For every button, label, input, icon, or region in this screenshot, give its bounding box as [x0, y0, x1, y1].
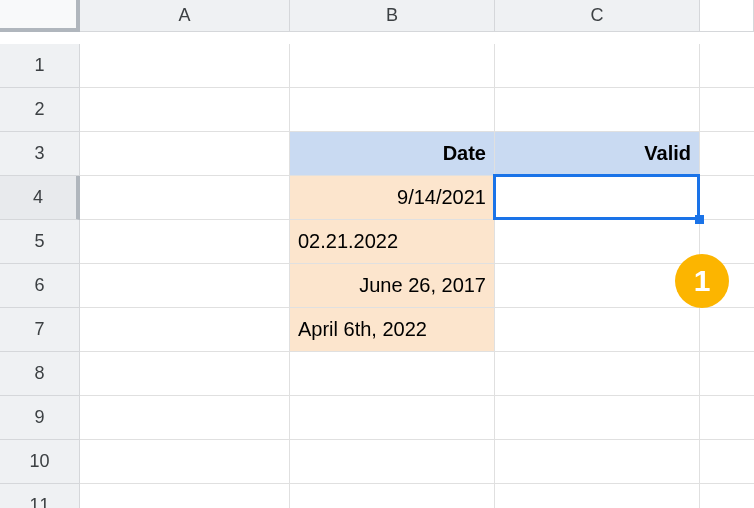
- cell-d10[interactable]: [700, 440, 754, 484]
- cell-b7[interactable]: April 6th, 2022: [290, 308, 495, 352]
- row-header-6[interactable]: 6: [0, 264, 80, 308]
- cell-c6[interactable]: [495, 264, 700, 308]
- cell-c11[interactable]: [495, 484, 700, 508]
- cell-b10[interactable]: [290, 440, 495, 484]
- cell-b11[interactable]: [290, 484, 495, 508]
- cell-c8[interactable]: [495, 352, 700, 396]
- row-header-3[interactable]: 3: [0, 132, 80, 176]
- row-header-7[interactable]: 7: [0, 308, 80, 352]
- cell-b8[interactable]: [290, 352, 495, 396]
- cell-c10[interactable]: [495, 440, 700, 484]
- row-header-5[interactable]: 5: [0, 220, 80, 264]
- row-header-4[interactable]: 4: [0, 176, 80, 220]
- col-header-b[interactable]: B: [290, 0, 495, 32]
- cell-a4[interactable]: [80, 176, 290, 220]
- cell-a10[interactable]: [80, 440, 290, 484]
- cell-d1[interactable]: [700, 44, 754, 88]
- row-header-8[interactable]: 8: [0, 352, 80, 396]
- cell-c1[interactable]: [495, 44, 700, 88]
- cell-d9[interactable]: [700, 396, 754, 440]
- annotation-badge: 1: [675, 254, 729, 308]
- cell-a2[interactable]: [80, 88, 290, 132]
- cell-d2[interactable]: [700, 88, 754, 132]
- cell-c7[interactable]: [495, 308, 700, 352]
- cell-c4[interactable]: [495, 176, 700, 220]
- row-header-10[interactable]: 10: [0, 440, 80, 484]
- cell-b2[interactable]: [290, 88, 495, 132]
- cell-c3[interactable]: Valid: [495, 132, 700, 176]
- cell-a1[interactable]: [80, 44, 290, 88]
- cell-b5[interactable]: 02.21.2022: [290, 220, 495, 264]
- row-header-11[interactable]: 11: [0, 484, 80, 508]
- cell-c9[interactable]: [495, 396, 700, 440]
- cell-b6[interactable]: June 26, 2017: [290, 264, 495, 308]
- row-header-9[interactable]: 9: [0, 396, 80, 440]
- selection-handle[interactable]: [695, 215, 704, 224]
- col-header-a[interactable]: A: [80, 0, 290, 32]
- cell-a3[interactable]: [80, 132, 290, 176]
- cell-d8[interactable]: [700, 352, 754, 396]
- cell-a5[interactable]: [80, 220, 290, 264]
- cell-a6[interactable]: [80, 264, 290, 308]
- selection-outline: [493, 174, 700, 220]
- cell-c5[interactable]: [495, 220, 700, 264]
- cell-b4[interactable]: 9/14/2021: [290, 176, 495, 220]
- row-header-2[interactable]: 2: [0, 88, 80, 132]
- cell-a8[interactable]: [80, 352, 290, 396]
- cell-d3[interactable]: [700, 132, 754, 176]
- cell-b1[interactable]: [290, 44, 495, 88]
- cell-d11[interactable]: [700, 484, 754, 508]
- cell-a7[interactable]: [80, 308, 290, 352]
- cell-d4[interactable]: [700, 176, 754, 220]
- cell-a9[interactable]: [80, 396, 290, 440]
- cell-d7[interactable]: [700, 308, 754, 352]
- cell-a11[interactable]: [80, 484, 290, 508]
- col-header-c[interactable]: C: [495, 0, 700, 32]
- spreadsheet-grid: A B C 1 2 3 Date Valid 4 9/14/2021 5 02.…: [0, 0, 754, 508]
- cell-c2[interactable]: [495, 88, 700, 132]
- cell-b3[interactable]: Date: [290, 132, 495, 176]
- cell-b9[interactable]: [290, 396, 495, 440]
- select-all-corner[interactable]: [0, 0, 80, 32]
- row-header-1[interactable]: 1: [0, 44, 80, 88]
- col-header-extra[interactable]: [700, 0, 754, 32]
